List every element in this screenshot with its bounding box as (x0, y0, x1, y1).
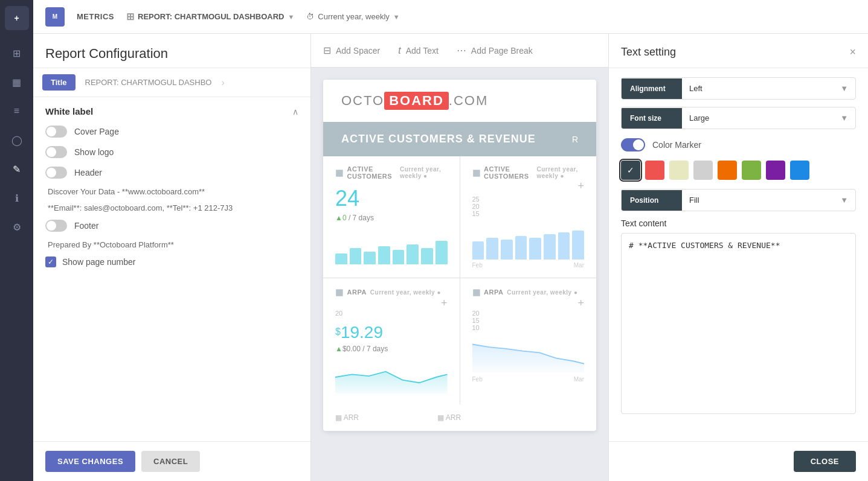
bar (515, 236, 527, 260)
spacer-icon: ⊟ (323, 45, 331, 56)
position-select[interactable]: Fill ▼ (682, 190, 855, 211)
text-content-input[interactable]: # **ACTIVE CUSTOMERS & REVENUE** (621, 233, 856, 414)
alignment-select[interactable]: Left ▼ (682, 78, 855, 99)
chart-icon: ▦ (472, 168, 481, 177)
show-logo-toggle[interactable] (45, 146, 67, 158)
preview-section-more: R (572, 135, 578, 144)
topbar: M METRICS ⊞ REPORT: CHARTMOGUL DASHBOARD… (33, 0, 868, 34)
preview-section-title: ACTIVE CUSTOMERS & REVENUE (341, 133, 536, 145)
add-spacer-button[interactable]: ⊟ Add Spacer (323, 45, 380, 56)
octo-text: OCTO (341, 93, 384, 109)
chart-expand-icon[interactable]: + (577, 297, 584, 310)
footer-label: Footer (74, 221, 98, 231)
swatch-blue[interactable] (790, 161, 809, 180)
header-toggle[interactable] (45, 167, 67, 179)
swatch-dark[interactable]: ✓ (621, 161, 640, 180)
alignment-row: Alignment Left ▼ (621, 77, 856, 100)
sidebar-item-gear[interactable]: ⚙ (5, 215, 29, 239)
sidebar-item-info[interactable]: ℹ (5, 186, 29, 210)
bar (436, 241, 448, 264)
font-size-chevron-icon: ▼ (840, 113, 848, 123)
email-text: **Email**: sales@octoboard.com, **Tel**:… (45, 203, 298, 212)
bar (393, 250, 405, 264)
topbar-time-label: Current year, weekly (318, 12, 390, 21)
white-label-chevron-icon[interactable]: ∧ (292, 107, 298, 116)
color-swatches: ✓ (621, 161, 856, 180)
chart-2-axis: Feb Mar (472, 262, 585, 269)
bar (350, 248, 362, 264)
report-chevron-icon: ▼ (288, 13, 294, 21)
config-body: White label ∧ Cover Page Show logo Heade… (33, 97, 310, 441)
font-size-select[interactable]: Large ▼ (682, 107, 855, 129)
sidebar: + ⊞ ▦ ≡ ◯ ✎ ℹ ⚙ (0, 0, 33, 481)
topbar-time[interactable]: ⏱ Current year, weekly ▼ (306, 12, 399, 21)
swatch-green[interactable] (742, 161, 761, 180)
swatch-orange[interactable] (718, 161, 737, 180)
sidebar-item-reports[interactable]: ≡ (5, 99, 29, 123)
position-chevron-icon: ▼ (840, 196, 848, 205)
chart-3-value: $19.29 (335, 323, 448, 342)
font-size-row: Font size Large ▼ (621, 107, 856, 129)
time-chevron-icon: ▼ (393, 13, 400, 21)
preview-logo-area: OCTO BOARD .COM (323, 80, 596, 122)
preview-page: OCTO BOARD .COM ACTIVE CUSTOMERS & REVEN… (323, 80, 596, 431)
bar (544, 234, 556, 260)
panel-header: Text setting × (609, 34, 868, 68)
preview-charts: ▦ ACTIVE CUSTOMERS Current year, weekly … (323, 156, 596, 404)
close-button[interactable]: CLOSE (794, 451, 856, 472)
sidebar-item-brush[interactable]: ✎ (5, 157, 29, 181)
alignment-chevron-icon: ▼ (840, 84, 848, 93)
chart-3-line (335, 359, 448, 395)
add-page-break-button[interactable]: ⋯ Add Page Break (457, 45, 533, 56)
bar (486, 238, 498, 260)
white-label-title: White label (45, 106, 93, 116)
chart-y-axis: 252015 (472, 196, 585, 217)
save-changes-button[interactable]: SAVE CHANGES (45, 451, 135, 472)
preview-section-header: ACTIVE CUSTOMERS & REVENUE R (323, 122, 596, 156)
config-panel: Report Configuration Title REPORT: CHART… (33, 34, 311, 481)
sidebar-logo[interactable]: + (5, 6, 29, 30)
chart-1-value: 24 (335, 186, 448, 211)
discover-text: Discover Your Data - **www.octoboard.com… (45, 187, 298, 196)
swatch-gray[interactable] (693, 161, 713, 180)
chart-cell-4: ▦ ARPA Current year, weekly ● + 201510 (460, 278, 597, 404)
bar (335, 253, 347, 264)
config-tab-report[interactable]: REPORT: CHARTMOGUL DASHBO (80, 74, 217, 91)
add-text-button[interactable]: t Add Text (398, 45, 439, 56)
swatch-purple[interactable] (766, 161, 785, 180)
chart-1-metric: ▦ ACTIVE CUSTOMERS Current year, weekly … (335, 165, 448, 180)
cover-page-item: Cover Page (45, 126, 298, 138)
color-marker-toggle[interactable] (621, 138, 645, 151)
chart-expand-icon[interactable]: + (577, 180, 584, 193)
topbar-metrics-label: METRICS (77, 12, 114, 21)
bar (378, 246, 390, 264)
chart-4-line (472, 337, 585, 374)
sidebar-item-home[interactable]: ⊞ (5, 41, 29, 65)
topbar-report[interactable]: ⊞ REPORT: CHARTMOGUL DASHBOARD ▼ (126, 11, 294, 22)
bar (421, 248, 433, 264)
bar (501, 240, 513, 260)
chart-cell-3: ▦ ARPA Current year, weekly ● + 20 $19.2… (323, 278, 460, 404)
close-x-icon[interactable]: × (849, 46, 856, 59)
cancel-button[interactable]: CANCEL (141, 451, 200, 472)
cover-page-toggle[interactable] (45, 126, 67, 138)
show-page-number-checkbox[interactable]: ✓ (45, 256, 56, 267)
sidebar-item-dashboard[interactable]: ▦ (5, 70, 29, 94)
chart-3-change: ▲$0.00 / 7 days (335, 345, 448, 353)
footer-toggle[interactable] (45, 220, 67, 232)
panel-footer: CLOSE (609, 441, 868, 481)
add-spacer-label: Add Spacer (336, 46, 380, 56)
swatch-red[interactable] (645, 161, 664, 180)
header-label: Header (74, 168, 102, 177)
chart-expand-icon[interactable]: + (441, 297, 448, 310)
swatch-check-icon: ✓ (627, 165, 634, 175)
swatch-yellow-light[interactable] (669, 161, 689, 180)
bar (558, 232, 570, 260)
bar (472, 241, 484, 260)
sidebar-item-user[interactable]: ◯ (5, 128, 29, 152)
chart-cell-2: ▦ ACTIVE CUSTOMERS Current year, weekly … (460, 156, 597, 278)
config-tab-title[interactable]: Title (42, 74, 76, 91)
text-setting-panel: Text setting × Alignment Left ▼ Font siz… (608, 34, 868, 481)
footer-item: Footer (45, 220, 298, 232)
svg-marker-1 (472, 344, 585, 372)
